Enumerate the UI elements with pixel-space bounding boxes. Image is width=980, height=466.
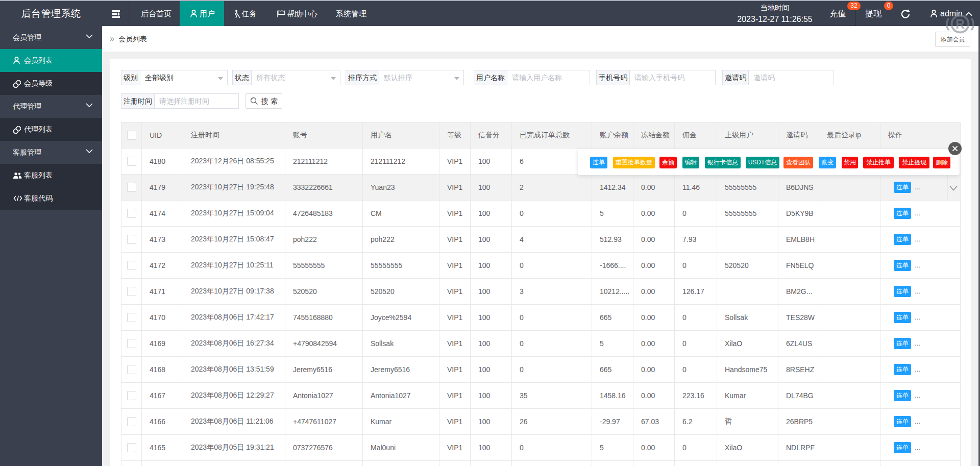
svg-text:R: R — [955, 17, 965, 31]
